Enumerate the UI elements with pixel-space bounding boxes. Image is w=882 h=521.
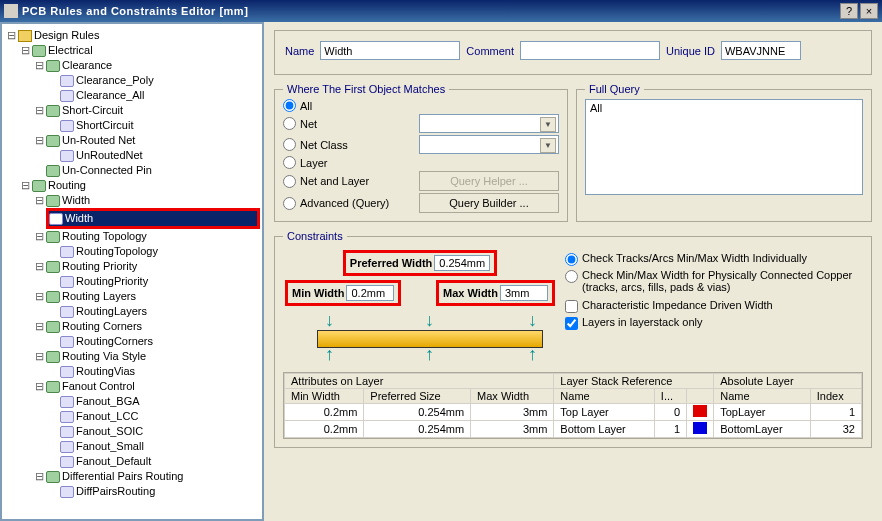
check-impedance[interactable]: Characteristic Impedance Driven Width — [565, 299, 859, 313]
radio-all[interactable]: All — [283, 99, 413, 112]
tree-root[interactable]: Design Rules — [34, 28, 99, 43]
tree-routing[interactable]: Routing — [48, 178, 86, 193]
tree-rlayers-leaf[interactable]: RoutingLayers — [76, 304, 147, 319]
tree-rcorners[interactable]: Routing Corners — [62, 319, 142, 334]
tree-rvia-leaf[interactable]: RoutingVias — [76, 364, 135, 379]
table-row: 0.2mm0.254mm3mm Bottom Layer1 BottomLaye… — [285, 421, 862, 438]
radio-advanced[interactable]: Advanced (Query) — [283, 197, 413, 210]
fullquery-text[interactable]: All — [585, 99, 863, 195]
tree-rlayers[interactable]: Routing Layers — [62, 289, 136, 304]
min-width-box: Min Width0.2mm — [285, 280, 401, 306]
tree-fanout-default[interactable]: Fanout_Default — [76, 454, 151, 469]
tree-diffpairs[interactable]: Differential Pairs Routing — [62, 469, 183, 484]
tree-unrouted[interactable]: Un-Routed Net — [62, 133, 135, 148]
rules-tree[interactable]: ⊟Design Rules ⊟Electrical ⊟Clearance Cle… — [0, 22, 264, 521]
uid-input[interactable] — [721, 41, 801, 60]
radio-net[interactable]: Net — [283, 117, 413, 130]
tree-rvia[interactable]: Routing Via Style — [62, 349, 146, 364]
radio-check-individual[interactable]: Check Tracks/Arcs Min/Max Width Individu… — [565, 252, 859, 266]
comment-label: Comment — [466, 45, 514, 57]
tree-rprio-leaf[interactable]: RoutingPriority — [76, 274, 148, 289]
color-swatch — [693, 405, 707, 417]
netclass-combo[interactable] — [419, 135, 559, 154]
tree-rprio[interactable]: Routing Priority — [62, 259, 137, 274]
color-swatch — [693, 422, 707, 434]
tree-unrouted-leaf[interactable]: UnRoutedNet — [76, 148, 143, 163]
max-width-box: Max Width3mm — [436, 280, 555, 306]
tree-electrical[interactable]: Electrical — [48, 43, 93, 58]
tree-fanout[interactable]: Fanout Control — [62, 379, 135, 394]
comment-input[interactable] — [520, 41, 660, 60]
pref-width-input[interactable]: 0.254mm — [434, 255, 490, 271]
net-combo[interactable] — [419, 114, 559, 133]
tree-rcorners-leaf[interactable]: RoutingCorners — [76, 334, 153, 349]
uid-label: Unique ID — [666, 45, 715, 57]
tree-rtopo[interactable]: Routing Topology — [62, 229, 147, 244]
max-width-input[interactable]: 3mm — [500, 285, 548, 301]
radio-check-physical[interactable]: Check Min/Max Width for Physically Conne… — [565, 269, 859, 293]
name-label: Name — [285, 45, 314, 57]
pref-width-box: Preferred Width0.254mm — [343, 250, 497, 276]
tree-width-leaf[interactable]: Width — [65, 211, 93, 226]
help-button[interactable]: ? — [840, 3, 858, 19]
constraints-legend: Constraints — [283, 230, 347, 242]
radio-netclass[interactable]: Net Class — [283, 138, 413, 151]
tree-clearance-all[interactable]: Clearance_All — [76, 88, 144, 103]
name-input[interactable] — [320, 41, 460, 60]
radio-layer[interactable]: Layer — [283, 156, 413, 169]
query-builder-button[interactable]: Query Builder ... — [419, 193, 559, 213]
tree-short-leaf[interactable]: ShortCircuit — [76, 118, 133, 133]
check-layerstack[interactable]: Layers in layerstack only — [565, 316, 859, 330]
window-title: PCB Rules and Constraints Editor [mm] — [22, 5, 838, 17]
tree-diffpairs-leaf[interactable]: DiffPairsRouting — [76, 484, 155, 499]
tree-fanout-soic[interactable]: Fanout_SOIC — [76, 424, 143, 439]
tree-clearance-poly[interactable]: Clearance_Poly — [76, 73, 154, 88]
table-row: 0.2mm0.254mm3mm Top Layer0 TopLayer1 — [285, 404, 862, 421]
tree-clearance[interactable]: Clearance — [62, 58, 112, 73]
tree-width[interactable]: Width — [62, 193, 90, 208]
width-diagram: ↓ ↑ ↓ ↑ ↓ ↑ — [285, 312, 555, 364]
matches-legend: Where The First Object Matches — [283, 83, 449, 95]
radio-netlayer[interactable]: Net and Layer — [283, 175, 413, 188]
tree-fanout-small[interactable]: Fanout_Small — [76, 439, 144, 454]
tree-short[interactable]: Short-Circuit — [62, 103, 123, 118]
layers-table[interactable]: Attributes on Layer Layer Stack Referenc… — [283, 372, 863, 439]
tree-fanout-lcc[interactable]: Fanout_LCC — [76, 409, 138, 424]
app-icon — [4, 4, 18, 18]
tree-unconnected[interactable]: Un-Connected Pin — [62, 163, 152, 178]
query-helper-button[interactable]: Query Helper ... — [419, 171, 559, 191]
tree-rtopo-leaf[interactable]: RoutingTopology — [76, 244, 158, 259]
title-bar: PCB Rules and Constraints Editor [mm] ? … — [0, 0, 882, 22]
min-width-input[interactable]: 0.2mm — [346, 285, 394, 301]
fullquery-legend: Full Query — [585, 83, 644, 95]
tree-fanout-bga[interactable]: Fanout_BGA — [76, 394, 140, 409]
close-button[interactable]: × — [860, 3, 878, 19]
